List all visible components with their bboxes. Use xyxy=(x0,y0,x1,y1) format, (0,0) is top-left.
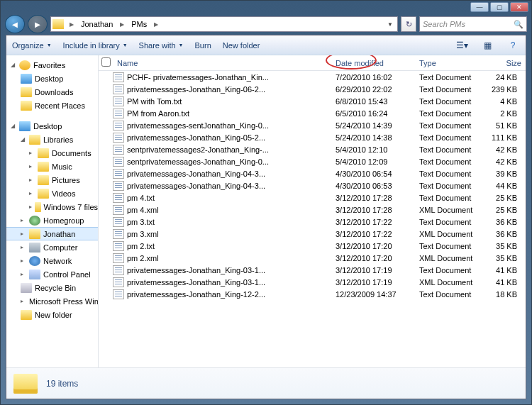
sidebar-computer[interactable]: ▸Computer xyxy=(6,240,98,254)
file-icon xyxy=(113,72,124,82)
file-row[interactable]: sentprivatemessages-Jonathan_King-0...5/… xyxy=(99,155,526,167)
sidebar-videos[interactable]: ▸Videos xyxy=(6,187,98,200)
sidebar-recyclebin[interactable]: Recycle Bin xyxy=(6,281,98,294)
view-options-button[interactable]: ☰▾ xyxy=(455,38,469,52)
breadcrumb-dropdown[interactable]: ▼ xyxy=(384,21,396,28)
sidebar-win7files[interactable]: ▸Windows 7 files xyxy=(6,200,98,213)
file-type: Text Document xyxy=(415,170,483,178)
sidebar-favorites[interactable]: ◢Favorites xyxy=(6,58,98,72)
file-row[interactable]: pm 4.txt3/12/2010 17:28Text Document25 K… xyxy=(99,192,526,204)
column-headers: Name Date modified Type Size xyxy=(99,55,526,71)
refresh-button[interactable]: ↻ xyxy=(401,16,416,32)
breadcrumb-bar[interactable]: ▶ Jonathan ▶ PMs ▶ ▼ xyxy=(50,16,398,32)
file-row[interactable]: pm 3.xml3/12/2010 17:22XML Document36 KB xyxy=(99,228,526,240)
chevron-down-icon: ▼ xyxy=(123,43,128,48)
col-size[interactable]: Size xyxy=(483,59,526,67)
file-date: 6/8/2010 15:43 xyxy=(331,97,415,106)
file-row[interactable]: privatemessages-sentJonathan_King-0...5/… xyxy=(99,119,526,131)
sidebar-homegroup[interactable]: ▸Homegroup xyxy=(6,213,98,227)
file-date: 5/24/2010 14:38 xyxy=(331,133,415,142)
file-icon xyxy=(113,157,124,167)
file-size: 35 KB xyxy=(483,254,526,262)
sidebar-newfolder[interactable]: New folder xyxy=(6,308,98,321)
file-size: 18 KB xyxy=(483,290,526,299)
file-name: pm 4.xml xyxy=(127,206,331,214)
close-button[interactable]: ✕ xyxy=(510,2,528,12)
file-date: 3/12/2010 17:19 xyxy=(331,266,415,274)
maximize-button[interactable]: ▢ xyxy=(490,2,509,12)
forward-button[interactable]: ► xyxy=(28,15,48,33)
sidebar-downloads[interactable]: Downloads xyxy=(6,85,98,99)
file-size: 39 KB xyxy=(483,170,526,178)
burn-button[interactable]: Burn xyxy=(195,41,211,50)
file-type: Text Document xyxy=(415,242,483,250)
file-row[interactable]: privatemessages-Jonathan_King-12-2...12/… xyxy=(99,288,526,300)
file-type: Text Document xyxy=(415,218,483,226)
file-date: 3/12/2010 17:22 xyxy=(331,230,415,238)
status-text: 19 items xyxy=(46,379,78,389)
file-name: privatemessages-Jonathan_King-05-2... xyxy=(127,133,331,142)
file-row[interactable]: privatemessages-Jonathan_King-06-2...6/2… xyxy=(99,83,526,95)
file-type: Text Document xyxy=(415,266,483,274)
homegroup-icon xyxy=(29,216,40,226)
sidebar-desktop-root[interactable]: ◢Desktop xyxy=(6,119,98,133)
share-with-menu[interactable]: Share with▼ xyxy=(139,41,184,50)
file-type: Text Document xyxy=(415,157,483,166)
file-rows: PCHF- privatemessages-Jonathan_Kin...7/2… xyxy=(99,71,526,367)
back-button[interactable]: ◄ xyxy=(5,15,25,33)
file-row[interactable]: privatemessages-Jonathan_King-05-2...5/2… xyxy=(99,131,526,143)
file-row[interactable]: PM from Aaron.txt6/5/2010 16:24Text Docu… xyxy=(99,107,526,119)
sidebar-pictures[interactable]: ▸Pictures xyxy=(6,173,98,187)
sidebar-mspress[interactable]: ▸Microsoft Press Win xyxy=(6,294,98,308)
chevron-right-icon[interactable]: ▶ xyxy=(117,21,127,28)
user-folder-icon xyxy=(29,229,40,239)
file-date: 3/12/2010 17:22 xyxy=(331,218,415,226)
search-input[interactable]: Search PMs 🔍 xyxy=(419,16,527,32)
chevron-right-icon[interactable]: ▶ xyxy=(67,21,77,28)
videos-icon xyxy=(38,189,49,199)
file-date: 6/29/2010 22:02 xyxy=(331,85,415,94)
file-row[interactable]: pm 2.txt3/12/2010 17:20Text Document35 K… xyxy=(99,240,526,252)
file-row[interactable]: privatemessages-Jonathan_King-03-1...3/1… xyxy=(99,276,526,288)
col-name[interactable]: Name xyxy=(113,59,331,67)
file-type: Text Document xyxy=(415,194,483,202)
search-icon[interactable]: 🔍 xyxy=(514,20,523,29)
file-row[interactable]: pm 2.xml3/12/2010 17:20XML Document35 KB xyxy=(99,252,526,264)
sidebar-network[interactable]: ▸Network xyxy=(6,254,98,267)
file-date: 12/23/2009 14:37 xyxy=(331,290,415,299)
file-row[interactable]: privatemessages-Jonathan_King-03-1...3/1… xyxy=(99,264,526,276)
titlebar: — ▢ ✕ xyxy=(1,1,531,13)
file-row[interactable]: pm 4.xml3/12/2010 17:28XML Document25 KB xyxy=(99,204,526,216)
breadcrumb-seg2[interactable]: PMs xyxy=(128,20,150,28)
new-folder-button[interactable]: New folder xyxy=(223,41,260,50)
sidebar-recent[interactable]: Recent Places xyxy=(6,99,98,112)
chevron-right-icon[interactable]: ▶ xyxy=(151,21,161,28)
file-row[interactable]: pm 3.txt3/12/2010 17:22Text Document36 K… xyxy=(99,216,526,228)
preview-pane-button[interactable]: ▦ xyxy=(480,38,494,52)
minimize-button[interactable]: — xyxy=(470,2,489,12)
sidebar-jonathan[interactable]: ▸Jonathan xyxy=(6,227,98,240)
sidebar-documents[interactable]: ▸Documents xyxy=(6,146,98,160)
folder-icon xyxy=(21,310,32,320)
file-date: 5/4/2010 12:10 xyxy=(331,145,415,154)
col-type[interactable]: Type xyxy=(415,59,483,67)
file-row[interactable]: PM with Tom.txt6/8/2010 15:43Text Docume… xyxy=(99,95,526,107)
select-all-checkbox[interactable] xyxy=(101,57,111,67)
network-icon xyxy=(29,256,40,266)
file-row[interactable]: privatemessages-Jonathan_King-04-3...4/3… xyxy=(99,179,526,192)
sidebar-libraries[interactable]: ◢Libraries xyxy=(6,133,98,146)
include-library-menu[interactable]: Include in library▼ xyxy=(63,41,128,50)
file-name: privatemessages-Jonathan_King-03-1... xyxy=(127,278,331,287)
sidebar-music[interactable]: ▸Music xyxy=(6,160,98,173)
col-date[interactable]: Date modified xyxy=(331,59,415,67)
file-row[interactable]: privatemessages-Jonathan_King-04-3...4/3… xyxy=(99,167,526,179)
file-icon xyxy=(113,145,124,155)
breadcrumb-seg1[interactable]: Jonathan xyxy=(78,20,116,28)
sidebar-desktop[interactable]: Desktop xyxy=(6,72,98,85)
file-row[interactable]: PCHF- privatemessages-Jonathan_Kin...7/2… xyxy=(99,71,526,83)
file-row[interactable]: sentprivatemessages2-Jonathan_King-...5/… xyxy=(99,143,526,155)
file-size: 2 KB xyxy=(483,109,526,118)
help-button[interactable]: ? xyxy=(506,38,520,52)
organize-menu[interactable]: Organize▼ xyxy=(12,41,52,50)
sidebar-controlpanel[interactable]: ▸Control Panel xyxy=(6,267,98,281)
